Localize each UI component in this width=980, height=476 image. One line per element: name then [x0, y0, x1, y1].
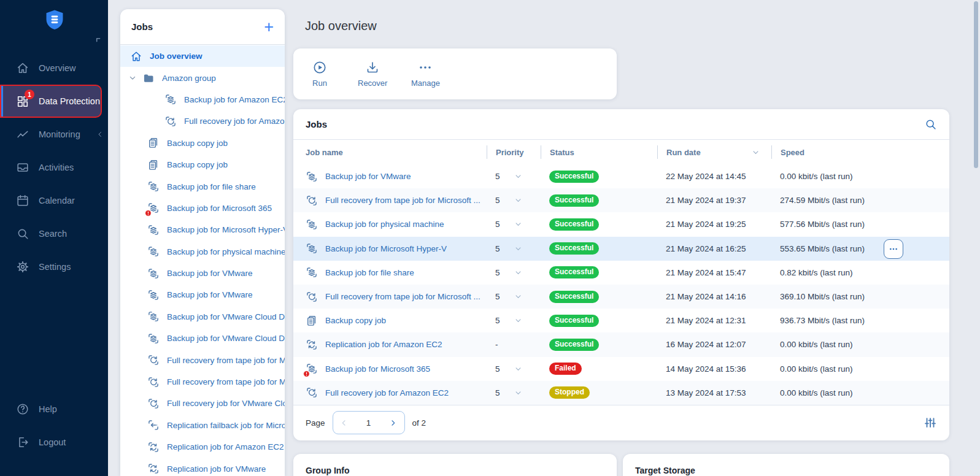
tree-item-full-recovery-from-tape-job-for-microsoft-365[interactable]: Full recovery from tape job for Microsof… [120, 349, 285, 370]
priority-value: 5 [495, 172, 500, 181]
sidebar-collapse-corner-icon[interactable] [95, 37, 103, 45]
chevron-down-icon[interactable] [514, 316, 523, 325]
table-row[interactable]: Full recovery from tape job for Microsof… [293, 285, 949, 309]
tree-item-icon-wrap [147, 354, 160, 366]
manage-button[interactable]: Manage [411, 60, 440, 88]
tree-item-replication-failback-job-for-microsoft-hyper-v[interactable]: Replication failback job for Microsoft H… [120, 415, 285, 436]
sidebar-item-overview[interactable]: Overview [0, 52, 108, 85]
job-name-link[interactable]: Backup job for Microsoft 365 [325, 364, 430, 374]
job-name-link[interactable]: Backup job for physical machine [325, 220, 444, 229]
tree-item-replication-job-for-vmware[interactable]: Replication job for VMware [120, 458, 285, 476]
vertical-scrollbar-thumb[interactable] [974, 1, 978, 168]
column-header-run-date[interactable]: Run date [657, 145, 771, 159]
table-row[interactable]: Backup copy job5Successful21 May 2024 at… [293, 309, 949, 332]
chevron-left-icon[interactable] [93, 130, 107, 139]
priority-cell: 5 [487, 172, 541, 181]
tree-item-full-recovery-job-for-amazon-ec2[interactable]: Full recovery job for Amazon EC2 [120, 110, 285, 132]
tree-item-replication-job-for-amazon-ec2[interactable]: Replication job for Amazon EC2 [120, 436, 285, 458]
tree-item-backup-job-for-microsoft-hyper-v[interactable]: Backup job for Microsoft Hyper-V [120, 219, 285, 240]
tree-item-backup-copy-job[interactable]: Backup copy job [120, 154, 285, 175]
tree-item-full-recovery-job-for-vmware-cloud-director[interactable]: Full recovery job for VMware Cloud Direc… [120, 393, 285, 414]
sidebar-item-label: Monitoring [39, 129, 80, 139]
priority-cell: 5 [487, 364, 541, 374]
table-row[interactable]: Backup job for VMware5Successful22 May 2… [293, 164, 949, 188]
sidebar-item-icon-wrap [16, 161, 29, 174]
run-button[interactable]: Run [305, 60, 334, 88]
chevron-down-icon[interactable] [514, 292, 523, 301]
tree-item-backup-job-for-vmware-cloud-director[interactable]: Backup job for VMware Cloud Director [120, 306, 285, 328]
search-icon[interactable] [924, 118, 937, 131]
tree-item-label: Backup job for physical machine [167, 247, 285, 256]
job-name-link[interactable]: Full recovery from tape job for Microsof… [325, 292, 480, 301]
previous-page-button[interactable] [333, 412, 355, 434]
table-row[interactable]: Backup job for physical machine5Successf… [293, 212, 949, 236]
tree-item-backup-job-for-physical-machine[interactable]: Backup job for physical machine [120, 241, 285, 263]
table-row[interactable]: Full recovery from tape job for Microsof… [293, 188, 949, 212]
job-name-link[interactable]: Backup copy job [325, 316, 386, 325]
backup-icon [147, 224, 160, 236]
sidebar-item-help[interactable]: Help [0, 393, 108, 426]
chevron-down-icon[interactable] [514, 388, 523, 397]
status-badge: Successful [549, 339, 599, 351]
tree-item-backup-job-for-amazon-ec2[interactable]: Backup job for Amazon EC2 [120, 89, 285, 110]
priority-cell: 5 [487, 316, 541, 325]
help-icon [16, 402, 29, 416]
column-header-job-name[interactable]: Job name [306, 145, 487, 159]
chevron-down-icon[interactable] [514, 244, 523, 253]
table-row[interactable]: Replication job for Amazon EC2-Successfu… [293, 332, 949, 356]
tree-item-backup-job-for-vmware-cloud-director[interactable]: Backup job for VMware Cloud Director [120, 328, 285, 349]
column-header-speed[interactable]: Speed [771, 145, 937, 159]
home-icon [130, 50, 142, 63]
chevron-down-icon[interactable] [514, 268, 523, 277]
tree-item-backup-job-for-microsoft-365[interactable]: Backup job for Microsoft 365 [120, 198, 285, 219]
table-row[interactable]: Full recovery job for Amazon EC25Stopped… [293, 381, 949, 405]
chevron-down-icon[interactable] [514, 220, 523, 229]
tree-item-backup-job-for-file-share[interactable]: Backup job for file share [120, 175, 285, 197]
tree-item-full-recovery-from-tape-job-for-microsoft-365[interactable]: Full recovery from tape job for Microsof… [120, 371, 285, 393]
tree-item-backup-job-for-vmware[interactable]: Backup job for VMware [120, 263, 285, 284]
table-row[interactable]: Backup job for Microsoft Hyper-V5Success… [293, 237, 949, 261]
table-row[interactable]: Backup job for Microsoft 3655Failed14 Ma… [293, 357, 949, 381]
sidebar-item-activities[interactable]: Activities [0, 151, 108, 184]
job-name-link[interactable]: Backup job for Microsoft Hyper-V [325, 244, 447, 253]
chevron-down-icon[interactable] [514, 172, 523, 181]
speed-value: 0.00 kbit/s (last run) [780, 388, 853, 397]
table-row[interactable]: Backup job for file share5Successful21 M… [293, 261, 949, 285]
column-header-status[interactable]: Status [541, 145, 657, 159]
sidebar-item-logout[interactable]: Logout [0, 426, 108, 459]
sidebar-item-icon-wrap [16, 227, 29, 240]
job-name-link[interactable]: Backup job for file share [325, 268, 414, 277]
sidebar-item-monitoring[interactable]: Monitoring [0, 118, 108, 151]
status-badge: Successful [549, 218, 599, 231]
tree-item-label: Replication job for VMware [167, 464, 266, 474]
sidebar-item-data-protection[interactable]: 1Data Protection [0, 85, 102, 118]
tree-item-amazon-group[interactable]: Amazon group [120, 67, 285, 88]
sidebar-item-calendar[interactable]: Calendar [0, 184, 108, 217]
tree-item-backup-job-for-vmware[interactable]: Backup job for VMware [120, 284, 285, 305]
recover-button[interactable]: Recover [358, 60, 387, 88]
job-name-link[interactable]: Backup job for VMware [325, 172, 411, 181]
tree-item-job-overview[interactable]: Job overview [120, 45, 285, 67]
sidebar-item-settings[interactable]: Settings [0, 250, 108, 283]
chevron-down-icon[interactable] [751, 148, 760, 157]
job-name-link[interactable]: Full recovery from tape job for Microsof… [325, 196, 480, 205]
job-icon-wrap [306, 386, 318, 399]
job-name-link[interactable]: Full recovery job for Amazon EC2 [325, 388, 449, 397]
next-page-button[interactable] [382, 412, 404, 434]
job-name-link[interactable]: Replication job for Amazon EC2 [325, 340, 442, 349]
tree-item-backup-copy-job[interactable]: Backup copy job [120, 132, 285, 154]
add-job-button[interactable]: + [264, 21, 274, 33]
sidebar-item-search[interactable]: Search [0, 217, 108, 250]
chevron-down-icon[interactable] [514, 364, 523, 374]
speed-value: 274.59 Mbit/s (last run) [780, 196, 865, 205]
table-settings-sliders-icon[interactable] [924, 416, 937, 429]
run-date-value: 14 May 2024 at 15:36 [666, 364, 746, 374]
chevron-down-icon[interactable] [514, 196, 523, 205]
current-page-value[interactable]: 1 [355, 418, 382, 428]
job-name-cell: Full recovery job for Amazon EC2 [306, 386, 487, 399]
row-actions-button[interactable] [884, 239, 903, 259]
chevron-right-icon [388, 418, 398, 428]
column-header-priority[interactable]: Priority [487, 145, 541, 159]
run-date-cell: 22 May 2024 at 14:45 [657, 172, 771, 181]
chevron-down-icon[interactable] [128, 73, 137, 83]
